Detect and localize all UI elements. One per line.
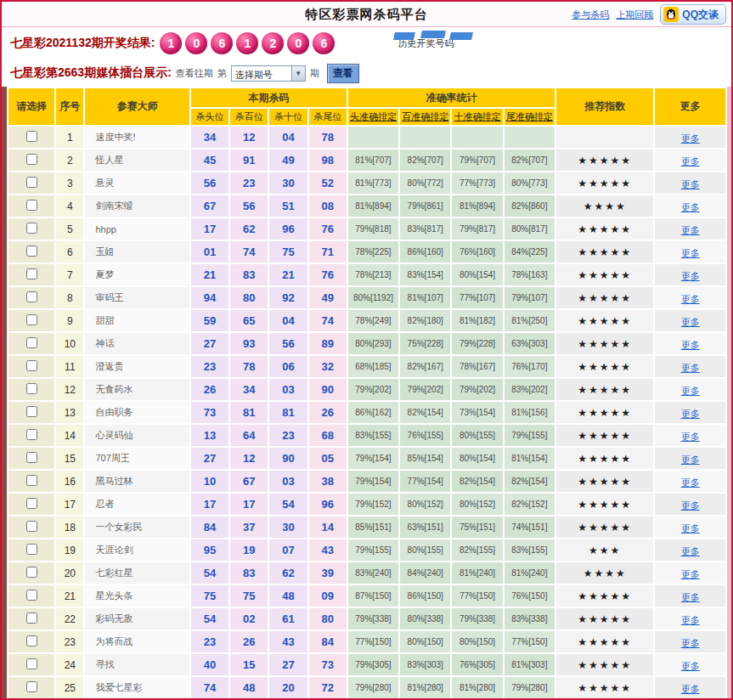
row-checkbox[interactable] xyxy=(26,590,37,601)
row-index: 24 xyxy=(56,654,83,675)
master-name: 甜甜 xyxy=(85,310,189,331)
history-numbers-link[interactable]: 历史开奖号码 xyxy=(398,37,454,50)
row-index: 13 xyxy=(56,402,83,423)
more-link[interactable]: 更多 xyxy=(681,546,700,556)
row-checkbox[interactable] xyxy=(26,452,37,463)
table-row: 1 速度中奖! 34 12 04 78 更多 xyxy=(8,127,725,148)
sort-head-accuracy-link[interactable]: 头准确排定 xyxy=(350,111,397,121)
dropdown-arrow-icon[interactable]: ▼ xyxy=(291,66,305,81)
kill-hundred-value: 19 xyxy=(230,539,268,561)
row-select-cell xyxy=(8,356,54,377)
row-checkbox[interactable] xyxy=(26,223,37,234)
header-select: 请选择 xyxy=(8,88,54,125)
row-checkbox[interactable] xyxy=(26,475,37,486)
kill-tail-value: 09 xyxy=(309,585,347,607)
row-checkbox[interactable] xyxy=(26,360,37,371)
kill-tail-value: 89 xyxy=(309,333,347,354)
ten-accuracy-value: 81%[182] xyxy=(452,310,502,331)
row-checkbox[interactable] xyxy=(26,177,37,188)
row-index: 25 xyxy=(56,677,83,698)
kill-head-value: 10 xyxy=(191,471,228,492)
view-button[interactable]: 查看 xyxy=(327,64,359,83)
table-row: 21 星光头条 75 75 48 09 87%[150] 86%[150] 77… xyxy=(8,585,725,607)
more-link[interactable]: 更多 xyxy=(681,661,700,671)
row-index: 1 xyxy=(56,127,83,148)
more-link[interactable]: 更多 xyxy=(681,340,700,350)
kill-tail-value: 49 xyxy=(309,287,347,308)
row-checkbox[interactable] xyxy=(26,383,37,394)
kill-ten-value: 30 xyxy=(269,172,307,194)
more-link[interactable]: 更多 xyxy=(681,271,700,281)
more-link[interactable]: 更多 xyxy=(681,386,700,396)
more-link[interactable]: 更多 xyxy=(681,363,700,373)
row-checkbox[interactable] xyxy=(26,681,37,692)
kill-ten-value: 62 xyxy=(269,562,307,584)
row-index: 16 xyxy=(56,471,83,492)
kill-hundred-value: 02 xyxy=(230,608,268,629)
row-checkbox[interactable] xyxy=(26,154,37,165)
row-checkbox[interactable] xyxy=(26,406,37,417)
more-link[interactable]: 更多 xyxy=(681,409,700,419)
more-link[interactable]: 更多 xyxy=(681,684,700,694)
row-checkbox[interactable] xyxy=(26,429,37,440)
more-link[interactable]: 更多 xyxy=(681,317,700,327)
head-accuracy-value: 80%[293] xyxy=(348,333,398,354)
issue-select[interactable]: 选择期号 ▼ xyxy=(231,65,306,82)
more-link[interactable]: 更多 xyxy=(681,179,700,189)
more-link[interactable]: 更多 xyxy=(681,454,700,465)
sort-tail-accuracy-link[interactable]: 尾准确排定 xyxy=(506,111,553,121)
more-link[interactable]: 更多 xyxy=(681,248,700,258)
more-link[interactable]: 更多 xyxy=(681,638,700,648)
row-checkbox[interactable] xyxy=(26,246,37,257)
sort-ten-accuracy-link[interactable]: 十准确排定 xyxy=(454,111,501,121)
more-link[interactable]: 更多 xyxy=(681,133,700,144)
row-checkbox[interactable] xyxy=(26,544,37,555)
row-checkbox[interactable] xyxy=(26,521,37,532)
more-link[interactable]: 更多 xyxy=(681,615,700,625)
row-checkbox[interactable] xyxy=(26,567,37,578)
more-link[interactable]: 更多 xyxy=(681,592,700,602)
more-link[interactable]: 更多 xyxy=(681,500,700,511)
more-link[interactable]: 更多 xyxy=(681,156,700,167)
more-link[interactable]: 更多 xyxy=(681,477,700,488)
head-accuracy-value: 79%[338] xyxy=(348,608,398,629)
kill-tail-value: 96 xyxy=(309,494,347,515)
row-checkbox[interactable] xyxy=(26,498,37,509)
row-checkbox[interactable] xyxy=(26,658,37,669)
kill-hundred-value: 56 xyxy=(230,195,268,217)
row-checkbox[interactable] xyxy=(26,200,37,211)
kill-tail-value: 14 xyxy=(309,517,347,538)
ten-accuracy-value: 80%[154] xyxy=(452,264,502,285)
ten-accuracy-value: 80%[155] xyxy=(452,425,502,446)
row-checkbox[interactable] xyxy=(26,131,37,142)
head-accuracy-value: 83%[240] xyxy=(348,562,398,584)
ten-accuracy-value: 75%[151] xyxy=(452,517,502,538)
more-link[interactable]: 更多 xyxy=(681,225,700,235)
row-checkbox[interactable] xyxy=(26,268,37,279)
head-accuracy-value: 77%[150] xyxy=(348,631,398,652)
row-checkbox[interactable] xyxy=(26,337,37,348)
hundred-accuracy-value: 82%[180] xyxy=(400,310,450,331)
join-kill-link[interactable]: 参与杀码 xyxy=(572,8,609,21)
qq-chat-button[interactable]: QQ交谈 xyxy=(660,4,726,25)
row-checkbox[interactable] xyxy=(26,314,37,325)
last-issue-link[interactable]: 上期回顾 xyxy=(616,8,653,21)
row-checkbox[interactable] xyxy=(26,635,37,646)
row-checkbox[interactable] xyxy=(26,291,37,302)
more-link[interactable]: 更多 xyxy=(681,202,700,212)
kill-tail-value: 52 xyxy=(309,172,347,194)
more-link[interactable]: 更多 xyxy=(681,569,700,579)
tail-accuracy-value: 79%[107] xyxy=(505,287,555,308)
kill-tail-value: 43 xyxy=(309,539,347,561)
kill-tail-value: 68 xyxy=(309,425,347,446)
more-link[interactable]: 更多 xyxy=(681,523,700,533)
ten-accuracy-value: 79%[707] xyxy=(452,150,502,171)
kill-head-value: 23 xyxy=(191,356,228,377)
sort-hundred-accuracy-link[interactable]: 百准确排定 xyxy=(402,111,448,121)
more-link[interactable]: 更多 xyxy=(681,294,700,304)
table-row: 11 澄返贵 23 78 06 32 68%[185] 82%[167] 78%… xyxy=(8,356,725,377)
row-checkbox[interactable] xyxy=(26,612,37,624)
table-row: 4 剑南宋缎 67 56 51 08 81%[894] 79%[861] 81%… xyxy=(8,195,725,217)
ten-accuracy-value: 78%[167] xyxy=(452,356,502,377)
more-link[interactable]: 更多 xyxy=(681,432,700,442)
